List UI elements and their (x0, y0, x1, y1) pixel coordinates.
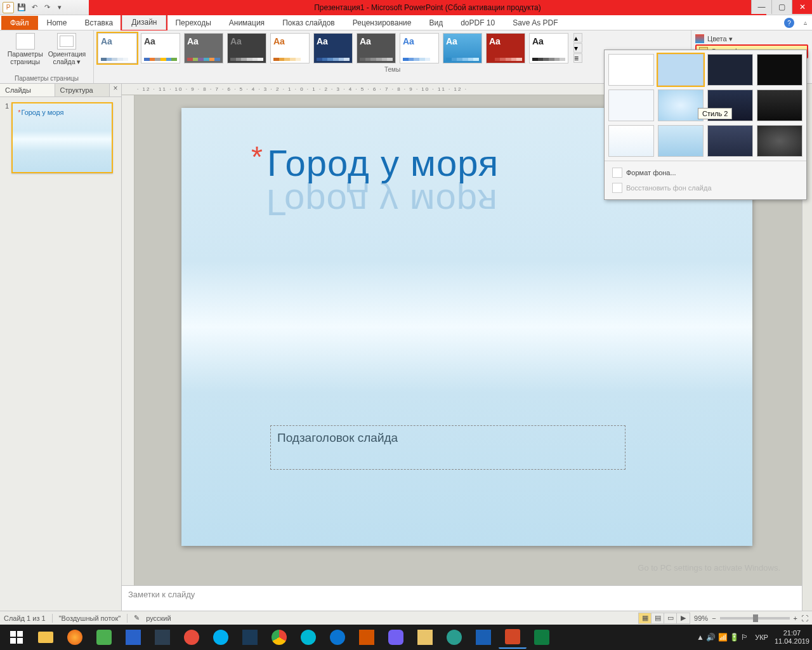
tab-file[interactable]: Файл (1, 16, 38, 30)
zoom-slider[interactable] (720, 617, 790, 620)
tab-dopdf[interactable]: doPDF 10 (452, 16, 504, 30)
activation-watermark: Go to PC settings to activate Windows. (638, 563, 780, 573)
zoom-out-button[interactable]: − (712, 614, 716, 622)
taskbar-app8[interactable] (469, 626, 497, 649)
bg-style-option[interactable] (707, 54, 753, 86)
tab-savepdf[interactable]: Save As PDF (504, 16, 566, 30)
taskbar-skype[interactable] (207, 626, 235, 649)
paint-bucket-icon (612, 168, 622, 178)
save-icon[interactable]: 💾 (16, 3, 27, 13)
taskbar-viber[interactable] (382, 626, 410, 649)
tray-language[interactable]: УКР (755, 633, 768, 641)
taskbar-app4[interactable] (294, 626, 322, 649)
ribbon-tabs: Файл Home Вставка Дизайн Переходы Анимац… (0, 15, 812, 30)
ribbon-minimize-icon[interactable]: ▵ (804, 19, 807, 26)
slide-thumbnail-1[interactable]: 1 Город у моря (5, 102, 116, 173)
page-setup-button[interactable]: Параметры страницы (8, 33, 43, 65)
fit-window-button[interactable]: ⛶ (801, 614, 808, 622)
bg-style-option[interactable] (757, 54, 802, 86)
theme-option[interactable]: Aa (98, 33, 137, 63)
panel-close-icon[interactable]: × (110, 84, 121, 96)
svg-rect-3 (17, 638, 23, 644)
maximize-button[interactable]: ▢ (771, 0, 792, 14)
bg-style-option[interactable] (608, 90, 654, 121)
system-tray[interactable]: ▲ 🔊 📶 🔋 🏳 (697, 633, 749, 642)
taskbar-vbox[interactable] (236, 626, 264, 649)
slides-tab[interactable]: Слайды (0, 84, 55, 96)
redo-icon[interactable]: ↷ (42, 3, 52, 13)
theme-option[interactable]: Aa (227, 33, 266, 63)
tab-insert[interactable]: Вставка (76, 16, 122, 30)
taskbar-powerpoint[interactable] (499, 626, 527, 649)
tab-design[interactable]: Дизайн (122, 15, 166, 30)
theme-option[interactable]: Aa (141, 33, 180, 63)
reset-background-menuitem: Восстановить фон слайда (608, 180, 802, 196)
zoom-in-button[interactable]: + (794, 614, 797, 622)
window-title: Презентация1 - Microsoft PowerPoint (Сбо… (89, 0, 766, 15)
taskbar-app2[interactable] (119, 626, 147, 649)
taskbar-excel[interactable] (528, 626, 556, 649)
spellcheck-icon[interactable]: ✎ (134, 614, 140, 622)
zoom-level[interactable]: 99% (694, 614, 708, 622)
bg-style-option[interactable] (608, 54, 654, 86)
normal-view-button[interactable]: ▦ (639, 613, 652, 623)
taskbar-clock[interactable]: 21:07 11.04.2019 (775, 629, 809, 646)
minimize-button[interactable]: — (751, 0, 771, 14)
help-icon[interactable]: ? (784, 18, 794, 28)
theme-option[interactable]: Aa (486, 33, 525, 63)
theme-option[interactable]: Aa (357, 33, 396, 63)
taskbar-opera[interactable] (178, 626, 206, 649)
slide-title-text[interactable]: *Город у моря *Город у моря (251, 140, 499, 184)
bg-style-option[interactable] (757, 125, 802, 157)
taskbar-explorer[interactable] (32, 626, 60, 649)
taskbar-chrome[interactable] (265, 626, 293, 649)
notes-pane[interactable]: Заметки к слайду Go to PC settings to ac… (122, 585, 802, 611)
tab-home[interactable]: Home (38, 16, 76, 30)
bg-style-option[interactable] (707, 125, 753, 157)
taskbar-app7[interactable] (440, 626, 468, 649)
outline-tab[interactable]: Структура (55, 84, 110, 96)
slideshow-view-button[interactable]: ▶ (677, 613, 690, 623)
undo-icon[interactable]: ↶ (29, 3, 39, 13)
theme-option[interactable]: Aa (184, 33, 223, 63)
taskbar-app3[interactable] (148, 626, 176, 649)
tab-view[interactable]: Вид (420, 16, 452, 30)
tab-review[interactable]: Рецензирование (344, 16, 421, 30)
app-icon: P (3, 2, 14, 13)
status-language[interactable]: русский (146, 614, 171, 622)
slide-subtitle-placeholder[interactable]: Подзаголовок слайда (270, 425, 625, 470)
taskbar-teamviewer[interactable] (324, 626, 351, 649)
themes-scroll[interactable]: ▴▾≡ (573, 33, 582, 63)
background-styles-gallery: Стиль 2 Формат фона... Восстановить фон … (604, 50, 807, 200)
bg-style-option[interactable] (658, 125, 704, 157)
group-label-themes: Темы (98, 66, 687, 73)
colors-dropdown[interactable]: Цвета ▾ (695, 33, 808, 44)
theme-option[interactable]: Aa (443, 33, 482, 63)
bg-style-option[interactable]: Стиль 2 (658, 90, 704, 121)
taskbar-app6[interactable] (411, 626, 439, 649)
svg-rect-0 (10, 631, 16, 637)
format-background-menuitem[interactable]: Формат фона... (608, 165, 802, 180)
taskbar-firefox[interactable] (61, 626, 89, 649)
bg-style-option[interactable] (757, 90, 802, 121)
taskbar-app5[interactable] (353, 626, 381, 649)
qat-more-icon[interactable]: ▾ (55, 3, 65, 13)
theme-option[interactable]: Aa (313, 33, 353, 63)
tab-transitions[interactable]: Переходы (166, 16, 219, 30)
sorter-view-button[interactable]: ▤ (652, 613, 664, 623)
reading-view-button[interactable]: ▭ (664, 613, 677, 623)
taskbar-app1[interactable] (90, 626, 118, 649)
close-button[interactable]: ✕ (792, 0, 812, 14)
theme-option[interactable]: Aa (400, 33, 439, 63)
theme-option[interactable]: Aa (270, 33, 310, 63)
theme-option[interactable]: Aa (529, 33, 568, 63)
start-button[interactable] (3, 626, 30, 649)
tab-slideshow[interactable]: Показ слайдов (273, 16, 344, 30)
themes-gallery: AaAaAaAaAaAaAaAaAaAaAa▴▾≡ Темы (94, 30, 691, 83)
tab-animation[interactable]: Анимация (220, 16, 273, 30)
tooltip: Стиль 2 (698, 108, 732, 119)
bg-style-option[interactable] (608, 125, 654, 157)
bg-style-option[interactable] (658, 54, 704, 86)
slides-panel: Слайды Структура × 1 Город у моря (0, 84, 122, 611)
slide-orientation-button[interactable]: Ориентация слайда ▾ (48, 33, 86, 65)
